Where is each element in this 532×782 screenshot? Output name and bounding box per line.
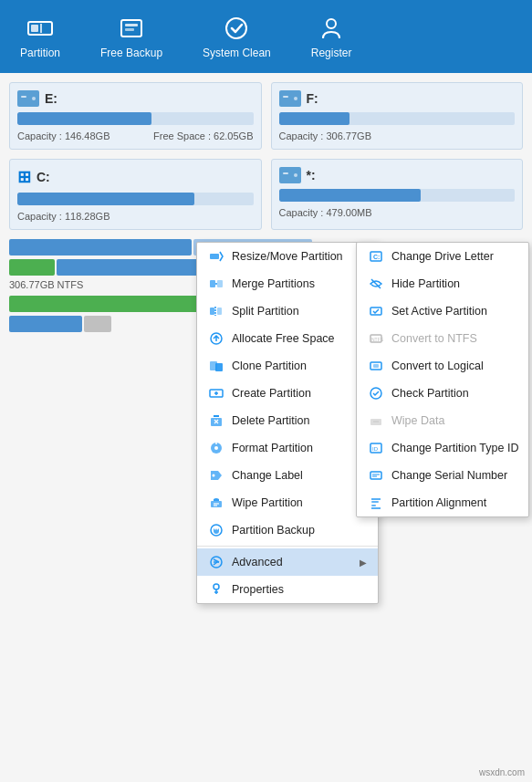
star-drive-icon xyxy=(279,167,301,183)
e-drive-panel[interactable]: E: Capacity : 146.48GB Free Space : 62.0… xyxy=(9,82,262,150)
svg-rect-21 xyxy=(210,308,214,315)
menu-item-delete[interactable]: Delete Partition xyxy=(197,407,378,434)
c-drive-panel[interactable]: ⊞ C: Capacity : 118.28GB xyxy=(9,159,262,230)
svg-point-13 xyxy=(294,97,297,100)
c-drive-header: ⊞ C: xyxy=(17,167,254,187)
alignment-icon xyxy=(368,495,384,511)
backup-icon xyxy=(117,14,146,43)
svg-rect-26 xyxy=(215,363,223,371)
menu-item-merge[interactable]: Merge Partitions xyxy=(197,270,378,297)
star-drive-panel[interactable]: *: Capacity : 479.00MB xyxy=(271,159,524,230)
svg-rect-67 xyxy=(371,505,376,506)
svg-rect-18 xyxy=(210,280,215,287)
e-drive-header: E: xyxy=(17,90,254,107)
svg-point-7 xyxy=(327,19,336,28)
hide-icon xyxy=(368,276,384,292)
partition-icon xyxy=(26,14,55,43)
svg-point-6 xyxy=(226,18,246,38)
header-item-partition[interactable]: Partition xyxy=(9,9,71,64)
backup-menu-icon xyxy=(208,522,224,538)
submenu-item-hide-partition[interactable]: Hide Partition xyxy=(357,270,528,297)
svg-point-46 xyxy=(214,584,219,589)
svg-rect-17 xyxy=(210,254,219,259)
submenu-item-check-partition[interactable]: Check Partition xyxy=(357,380,528,407)
clean-icon xyxy=(222,14,251,43)
svg-rect-62 xyxy=(370,472,381,479)
svg-rect-9 xyxy=(21,96,26,98)
menu-item-allocate[interactable]: Allocate Free Space xyxy=(197,325,378,352)
f-drive-panel[interactable]: F: Capacity : 306.77GB xyxy=(271,82,524,150)
svg-point-35 xyxy=(214,446,218,450)
active-icon xyxy=(368,303,384,319)
submenu-item-convert-ntfs: NTFS Convert to NTFS xyxy=(357,325,528,352)
watermark: wsxdn.com xyxy=(479,767,525,777)
merge-icon xyxy=(208,276,224,292)
clone-icon xyxy=(208,358,224,374)
disk-row-bottom: ⊞ C: Capacity : 118.28GB *: xyxy=(9,159,523,230)
menu-item-wipe[interactable]: Wipe Partition xyxy=(197,489,378,516)
svg-rect-5 xyxy=(125,28,134,31)
context-menu: Resize/Move Partition Merge Partitions xyxy=(196,242,379,604)
f-drive-bar xyxy=(279,112,516,125)
svg-point-37 xyxy=(213,474,215,477)
submenu-item-partition-alignment[interactable]: Partition Alignment xyxy=(357,489,528,516)
resize-icon xyxy=(208,248,224,265)
c-drive-bar xyxy=(17,193,254,205)
advanced-icon xyxy=(208,554,224,570)
menu-item-create[interactable]: Create Partition xyxy=(197,380,378,407)
header-register-label: Register xyxy=(311,47,352,59)
drive-letter-icon: C: xyxy=(368,248,384,265)
header-item-system-clean[interactable]: System Clean xyxy=(192,9,282,64)
serial-icon xyxy=(368,467,384,484)
submenu-item-change-serial[interactable]: Change Serial Number xyxy=(357,462,528,489)
allocate-icon xyxy=(208,330,224,347)
svg-rect-66 xyxy=(371,501,379,503)
menu-item-label[interactable]: Change Label xyxy=(197,462,378,489)
delete-icon xyxy=(208,412,224,429)
svg-text:NTFS: NTFS xyxy=(371,337,383,342)
svg-rect-56 xyxy=(373,364,379,368)
check-icon xyxy=(368,385,384,401)
menu-item-clone[interactable]: Clone Partition xyxy=(197,352,378,380)
svg-rect-15 xyxy=(283,172,288,174)
star-drive-header: *: xyxy=(279,167,516,183)
svg-text:ID: ID xyxy=(372,446,379,452)
submenu-item-convert-logical[interactable]: Convert to Logical xyxy=(357,352,528,380)
f-drive-header: F: xyxy=(279,90,516,107)
submenu-item-change-type-id[interactable]: ID Change Partition Type ID xyxy=(357,434,528,462)
register-icon xyxy=(317,14,346,43)
type-id-icon: ID xyxy=(368,440,384,456)
menu-item-advanced[interactable]: Advanced ▶ xyxy=(197,548,378,576)
menu-separator-1 xyxy=(197,546,378,547)
submenu-advanced: C: Change Drive Letter Hide Partition xyxy=(356,242,529,517)
header-item-free-backup[interactable]: Free Backup xyxy=(89,9,173,64)
windows-icon: ⊞ xyxy=(17,167,31,187)
svg-point-10 xyxy=(32,97,36,100)
menu-item-backup[interactable]: Partition Backup xyxy=(197,516,378,544)
app-header: Partition Free Backup System Clean xyxy=(0,0,532,73)
menu-item-split[interactable]: Split Partition xyxy=(197,297,378,325)
format-icon xyxy=(208,440,224,456)
svg-rect-4 xyxy=(125,24,138,26)
svg-rect-12 xyxy=(283,96,288,98)
header-clean-label: System Clean xyxy=(203,47,271,59)
header-backup-label: Free Backup xyxy=(100,47,162,59)
menu-item-properties[interactable]: Properties xyxy=(197,576,378,603)
split-icon xyxy=(208,303,224,319)
header-item-register[interactable]: Register xyxy=(300,9,363,64)
star-drive-bar xyxy=(279,189,516,202)
menu-item-resize[interactable]: Resize/Move Partition xyxy=(197,243,378,270)
svg-point-16 xyxy=(294,173,297,177)
menu-item-format[interactable]: Format Partition xyxy=(197,434,378,462)
header-partition-label: Partition xyxy=(20,47,60,59)
svg-rect-1 xyxy=(31,25,38,32)
submenu-item-set-active[interactable]: Set Active Partition xyxy=(357,297,528,325)
e-drive-icon xyxy=(17,90,39,107)
wipe-data-icon xyxy=(368,412,384,429)
disk-row-top: E: Capacity : 146.48GB Free Space : 62.0… xyxy=(9,82,523,150)
logical-icon xyxy=(368,358,384,374)
wipe-icon xyxy=(208,495,224,511)
submenu-item-change-drive-letter[interactable]: C: Change Drive Letter xyxy=(357,243,528,270)
svg-rect-22 xyxy=(217,308,222,315)
submenu-item-wipe-data: Wipe Data xyxy=(357,407,528,434)
